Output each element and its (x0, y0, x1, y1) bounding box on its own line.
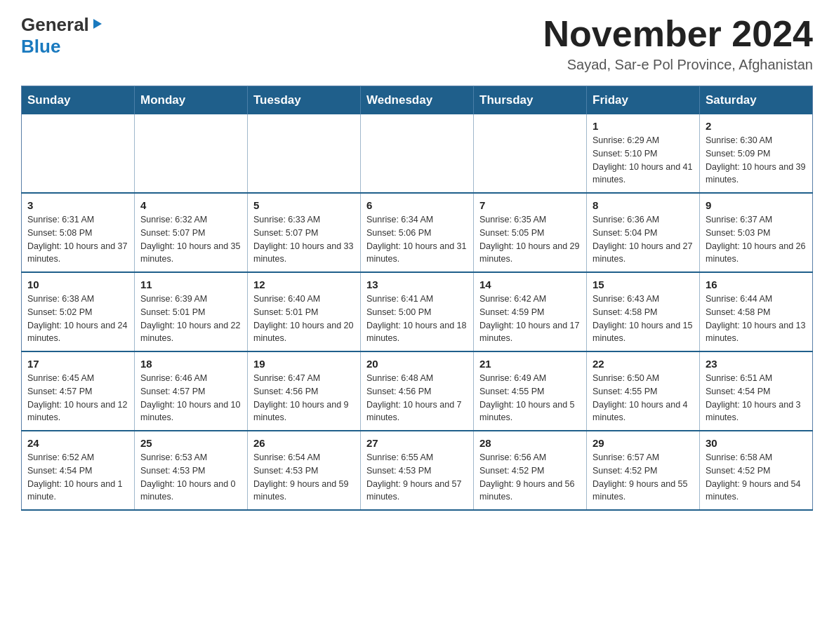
day-number: 10 (27, 279, 128, 290)
day-number: 22 (593, 358, 694, 370)
calendar-header-wednesday: Wednesday (361, 86, 474, 115)
calendar-cell: 1Sunrise: 6:29 AMSunset: 5:10 PMDaylight… (587, 114, 700, 193)
day-number: 4 (140, 199, 241, 211)
page-header: General Blue November 2024 Sayad, Sar-e … (21, 14, 813, 73)
calendar-header-monday: Monday (135, 86, 248, 115)
day-info: Sunrise: 6:35 AMSunset: 5:05 PMDaylight:… (479, 213, 581, 266)
day-info: Sunrise: 6:48 AMSunset: 4:56 PMDaylight:… (366, 372, 468, 424)
day-number: 1 (593, 120, 694, 132)
calendar-cell: 12Sunrise: 6:40 AMSunset: 5:01 PMDayligh… (248, 272, 361, 351)
day-number: 13 (366, 279, 468, 290)
calendar-cell: 13Sunrise: 6:41 AMSunset: 5:00 PMDayligh… (361, 272, 474, 351)
page-subtitle: Sayad, Sar-e Pol Province, Afghanistan (543, 57, 813, 73)
calendar-week-row: 10Sunrise: 6:38 AMSunset: 5:02 PMDayligh… (22, 272, 813, 351)
day-number: 18 (140, 358, 241, 370)
day-info: Sunrise: 6:55 AMSunset: 4:53 PMDaylight:… (366, 451, 468, 504)
day-number: 28 (479, 437, 581, 449)
logo-blue-text: Blue (21, 36, 60, 57)
day-info: Sunrise: 6:38 AMSunset: 5:02 PMDaylight:… (27, 293, 128, 345)
calendar-cell (474, 114, 587, 193)
day-info: Sunrise: 6:41 AMSunset: 5:00 PMDaylight:… (366, 293, 468, 345)
calendar-cell: 10Sunrise: 6:38 AMSunset: 5:02 PMDayligh… (22, 272, 135, 351)
calendar-cell: 7Sunrise: 6:35 AMSunset: 5:05 PMDaylight… (474, 193, 587, 272)
day-info: Sunrise: 6:52 AMSunset: 4:54 PMDaylight:… (27, 451, 128, 504)
calendar-cell: 26Sunrise: 6:54 AMSunset: 4:53 PMDayligh… (248, 431, 361, 510)
calendar-cell (361, 114, 474, 193)
calendar-week-row: 24Sunrise: 6:52 AMSunset: 4:54 PMDayligh… (22, 431, 813, 510)
day-number: 29 (593, 437, 694, 449)
calendar-cell: 17Sunrise: 6:45 AMSunset: 4:57 PMDayligh… (22, 351, 135, 431)
logo-arrow-icon (91, 18, 103, 33)
logo: General Blue (21, 14, 103, 58)
calendar-week-row: 1Sunrise: 6:29 AMSunset: 5:10 PMDaylight… (22, 114, 813, 193)
day-info: Sunrise: 6:34 AMSunset: 5:06 PMDaylight:… (366, 213, 468, 266)
day-info: Sunrise: 6:40 AMSunset: 5:01 PMDaylight:… (253, 293, 355, 345)
calendar-cell (22, 114, 135, 193)
day-info: Sunrise: 6:57 AMSunset: 4:52 PMDaylight:… (593, 451, 694, 504)
calendar-cell: 11Sunrise: 6:39 AMSunset: 5:01 PMDayligh… (135, 272, 248, 351)
day-number: 25 (140, 437, 241, 449)
svg-marker-0 (93, 19, 102, 29)
calendar-cell (135, 114, 248, 193)
day-number: 27 (366, 437, 468, 449)
day-number: 26 (253, 437, 355, 449)
day-number: 24 (27, 437, 128, 449)
calendar-cell: 22Sunrise: 6:50 AMSunset: 4:55 PMDayligh… (587, 351, 700, 431)
calendar-cell: 23Sunrise: 6:51 AMSunset: 4:54 PMDayligh… (700, 351, 813, 431)
calendar-cell: 8Sunrise: 6:36 AMSunset: 5:04 PMDaylight… (587, 193, 700, 272)
day-info: Sunrise: 6:36 AMSunset: 5:04 PMDaylight:… (593, 213, 694, 266)
calendar-header-friday: Friday (587, 86, 700, 115)
calendar-cell: 29Sunrise: 6:57 AMSunset: 4:52 PMDayligh… (587, 431, 700, 510)
day-number: 7 (479, 199, 581, 211)
calendar-header-sunday: Sunday (22, 86, 135, 115)
calendar-cell: 6Sunrise: 6:34 AMSunset: 5:06 PMDaylight… (361, 193, 474, 272)
day-info: Sunrise: 6:32 AMSunset: 5:07 PMDaylight:… (140, 213, 241, 266)
day-info: Sunrise: 6:31 AMSunset: 5:08 PMDaylight:… (27, 213, 128, 266)
day-number: 2 (706, 120, 807, 132)
day-number: 19 (253, 358, 355, 370)
day-info: Sunrise: 6:54 AMSunset: 4:53 PMDaylight:… (253, 451, 355, 504)
calendar-header-thursday: Thursday (474, 86, 587, 115)
day-info: Sunrise: 6:44 AMSunset: 4:58 PMDaylight:… (706, 293, 807, 345)
day-info: Sunrise: 6:53 AMSunset: 4:53 PMDaylight:… (140, 451, 241, 504)
calendar-cell: 30Sunrise: 6:58 AMSunset: 4:52 PMDayligh… (700, 431, 813, 510)
day-info: Sunrise: 6:39 AMSunset: 5:01 PMDaylight:… (140, 293, 241, 345)
calendar-header-row: SundayMondayTuesdayWednesdayThursdayFrid… (22, 86, 813, 115)
calendar-cell (248, 114, 361, 193)
day-info: Sunrise: 6:43 AMSunset: 4:58 PMDaylight:… (593, 293, 694, 345)
calendar-header-tuesday: Tuesday (248, 86, 361, 115)
day-info: Sunrise: 6:30 AMSunset: 5:09 PMDaylight:… (706, 134, 807, 187)
day-info: Sunrise: 6:29 AMSunset: 5:10 PMDaylight:… (593, 134, 694, 187)
day-number: 23 (706, 358, 807, 370)
calendar-cell: 21Sunrise: 6:49 AMSunset: 4:55 PMDayligh… (474, 351, 587, 431)
calendar-cell: 2Sunrise: 6:30 AMSunset: 5:09 PMDaylight… (700, 114, 813, 193)
calendar-week-row: 17Sunrise: 6:45 AMSunset: 4:57 PMDayligh… (22, 351, 813, 431)
calendar-cell: 15Sunrise: 6:43 AMSunset: 4:58 PMDayligh… (587, 272, 700, 351)
calendar-cell: 28Sunrise: 6:56 AMSunset: 4:52 PMDayligh… (474, 431, 587, 510)
day-number: 3 (27, 199, 128, 211)
calendar-cell: 20Sunrise: 6:48 AMSunset: 4:56 PMDayligh… (361, 351, 474, 431)
day-info: Sunrise: 6:51 AMSunset: 4:54 PMDaylight:… (706, 372, 807, 424)
day-info: Sunrise: 6:49 AMSunset: 4:55 PMDaylight:… (479, 372, 581, 424)
day-number: 17 (27, 358, 128, 370)
calendar-cell: 3Sunrise: 6:31 AMSunset: 5:08 PMDaylight… (22, 193, 135, 272)
calendar-cell: 25Sunrise: 6:53 AMSunset: 4:53 PMDayligh… (135, 431, 248, 510)
day-number: 9 (706, 199, 807, 211)
calendar-cell: 9Sunrise: 6:37 AMSunset: 5:03 PMDaylight… (700, 193, 813, 272)
day-info: Sunrise: 6:46 AMSunset: 4:57 PMDaylight:… (140, 372, 241, 424)
day-number: 21 (479, 358, 581, 370)
calendar-cell: 18Sunrise: 6:46 AMSunset: 4:57 PMDayligh… (135, 351, 248, 431)
day-number: 20 (366, 358, 468, 370)
logo-general-text: General (21, 14, 89, 36)
day-info: Sunrise: 6:45 AMSunset: 4:57 PMDaylight:… (27, 372, 128, 424)
day-info: Sunrise: 6:42 AMSunset: 4:59 PMDaylight:… (479, 293, 581, 345)
day-number: 11 (140, 279, 241, 290)
day-info: Sunrise: 6:50 AMSunset: 4:55 PMDaylight:… (593, 372, 694, 424)
calendar-cell: 19Sunrise: 6:47 AMSunset: 4:56 PMDayligh… (248, 351, 361, 431)
day-number: 16 (706, 279, 807, 290)
day-info: Sunrise: 6:33 AMSunset: 5:07 PMDaylight:… (253, 213, 355, 266)
title-section: November 2024 Sayad, Sar-e Pol Province,… (543, 14, 813, 73)
day-number: 14 (479, 279, 581, 290)
calendar-cell: 4Sunrise: 6:32 AMSunset: 5:07 PMDaylight… (135, 193, 248, 272)
day-number: 12 (253, 279, 355, 290)
